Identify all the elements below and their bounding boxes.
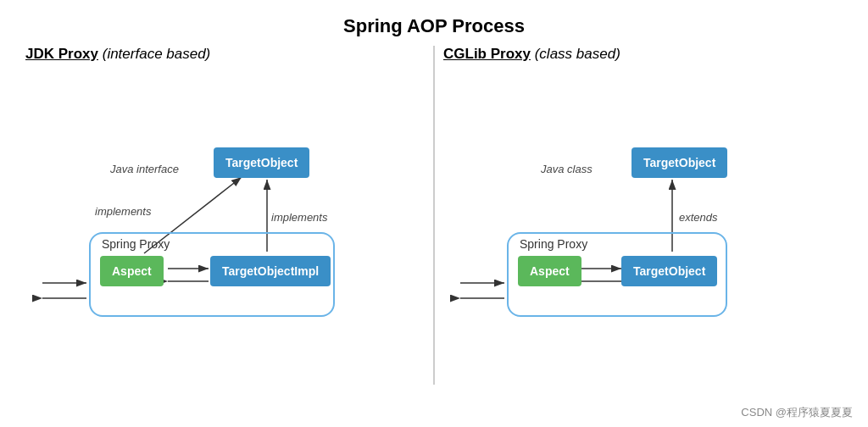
left-implements-label-2: implements (271, 211, 327, 224)
right-diagram-area: TargetObject Java class extends Spring P… (443, 71, 843, 368)
right-java-class-label: Java class (541, 163, 593, 175)
right-arrows-svg (443, 71, 843, 368)
left-section: JDK Proxy (interface based) (25, 46, 425, 385)
right-title-italic: (class based) (535, 46, 620, 62)
left-target-object-impl-box: TargetObjectImpl (210, 256, 331, 286)
left-proxy-label: Spring Proxy (102, 237, 170, 251)
left-section-title: JDK Proxy (interface based) (25, 46, 425, 63)
right-section: CGLib Proxy (class based) (443, 46, 843, 385)
right-title-underline: CGLib Proxy (443, 46, 531, 62)
right-extends-label: extends (679, 211, 718, 224)
diagrams-row: JDK Proxy (interface based) (0, 46, 868, 385)
right-target-object-inner-box: TargetObject (621, 256, 717, 286)
left-diagram-area: TargetObject Java interface implements i… (25, 71, 425, 368)
right-section-title: CGLib Proxy (class based) (443, 46, 843, 63)
right-proxy-label: Spring Proxy (520, 237, 587, 251)
left-target-object-box: TargetObject (214, 147, 309, 178)
left-title-underline: JDK Proxy (25, 46, 98, 62)
right-aspect-box: Aspect (518, 256, 581, 286)
main-title: Spring AOP Process (0, 0, 868, 46)
left-java-interface-label: Java interface (110, 163, 179, 175)
left-implements-label-1: implements (95, 205, 151, 218)
section-divider (433, 46, 435, 385)
left-arrows-svg (25, 71, 425, 368)
left-aspect-box: Aspect (100, 256, 164, 286)
left-title-italic: (interface based) (103, 46, 211, 62)
watermark: CSDN @程序猿夏夏夏 (741, 405, 853, 420)
right-target-object-top-box: TargetObject (632, 147, 727, 178)
